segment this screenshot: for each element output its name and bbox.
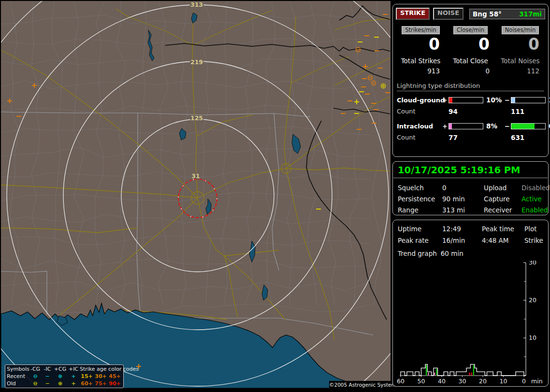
ic-positive-count: 77 — [449, 134, 484, 141]
neg-ic-old-icon: − — [42, 380, 53, 387]
age-15: 15+ — [80, 373, 94, 380]
datetime-display: 10/17/2025 5:19:16 PM — [393, 162, 548, 178]
total-strikes-value: 913 — [396, 67, 446, 75]
svg-text:0: 0 — [522, 378, 526, 384]
cloud-ground-count-row: Count 94 111 — [397, 108, 544, 115]
plus-sign: + — [442, 123, 449, 130]
range-label: Range — [398, 206, 442, 214]
ic-positive-bar — [449, 123, 483, 129]
receiver-label: Receiver — [484, 206, 521, 214]
trend-graph-window: 60 min — [441, 250, 463, 257]
uptime-label: Uptime — [398, 225, 442, 233]
strikes-per-min-column: Strikes/min 0 Total Strikes 913 — [396, 26, 446, 75]
svg-text:30: 30 — [529, 261, 536, 266]
upload-status: Disabled — [521, 184, 550, 192]
legend-col-pos-cg: +CG — [53, 365, 67, 373]
cloud-ground-label: Cloud-ground — [397, 97, 442, 104]
distribution-title: Lightning type distribution — [397, 82, 544, 91]
legend-symbols-label: Symbols — [7, 365, 29, 373]
intracloud-label: Intracloud — [397, 123, 442, 130]
close-per-min-badge: Close/min — [453, 26, 488, 34]
persistence-label: Persistence — [398, 195, 442, 203]
svg-text:min: min — [531, 378, 543, 384]
upload-label: Upload — [484, 184, 521, 192]
cg-negative-count: 111 — [511, 108, 547, 115]
system-status-panel: 10/17/2025 5:19:16 PM Squelch 0 Upload D… — [392, 161, 549, 215]
total-noises-label: Total Noises — [495, 57, 545, 65]
peak-rate-label: Peak rate — [398, 237, 442, 244]
ring-label-219: 219 — [190, 58, 203, 66]
plot-label: Plot — [524, 225, 548, 233]
cloud-ground-row: Cloud-ground + 10% − 12% — [397, 96, 544, 104]
minus-sign: − — [505, 97, 511, 104]
age-45: 45+ — [108, 373, 122, 380]
capture-label: Capture — [484, 195, 521, 203]
noises-per-min-column: Noises/min 0 Total Noises 112 — [495, 26, 545, 75]
svg-text:10: 10 — [529, 334, 536, 341]
total-close-label: Total Close — [446, 57, 495, 65]
svg-text:50: 50 — [418, 378, 425, 384]
uptime-trend-panel: Uptime 12:49 Peak time Plot Peak rate 16… — [392, 220, 549, 387]
range-value: 313 mi — [442, 206, 484, 214]
pos-ic-recent-icon: + — [67, 373, 80, 380]
close-per-min-value: 0 — [446, 35, 495, 54]
copyright-label: ©2005 Astrogenic Systems — [329, 381, 391, 389]
cg-positive-pct: 10% — [484, 96, 505, 104]
legend-row-recent: Recent ⊖ − ⊕ + 15+ 30+ 45+ — [7, 373, 122, 380]
ic-negative-pct: 69% — [547, 122, 550, 130]
strikes-per-min-value: 0 — [396, 35, 446, 54]
cg-negative-bar — [511, 97, 546, 103]
ring-label-125: 125 — [190, 114, 203, 122]
svg-text:20: 20 — [479, 378, 487, 384]
nexstorm-app: 31321912531 Symbols -CG -IC +CG +IC Stri… — [0, 0, 550, 392]
squelch-value: 0 — [442, 184, 484, 192]
count-label: Count — [397, 134, 442, 141]
map-canvas[interactable]: 31321912531 — [1, 1, 391, 388]
noises-per-min-badge: Noises/min — [502, 26, 539, 34]
minus-sign: − — [505, 123, 511, 130]
ic-negative-count: 631 — [511, 134, 547, 141]
svg-text:40: 40 — [438, 378, 446, 384]
peak-rate-value: 16/min — [442, 237, 482, 244]
bearing-value: Bng 58° — [473, 10, 502, 18]
legend-col-neg-cg: -CG — [29, 365, 42, 373]
legend-col-pos-ic: +IC — [67, 365, 80, 373]
strike-mode-button[interactable]: STRIKE — [396, 8, 430, 20]
svg-text:30: 30 — [459, 378, 466, 384]
age-75: 75+ — [94, 380, 108, 387]
map-symbol-legend: Symbols -CG -IC +CG +IC Strike age color… — [5, 364, 124, 388]
age-30: 30+ — [94, 373, 108, 380]
bearing-readout: Bng 58° 317mi — [469, 9, 545, 19]
lightning-map[interactable]: 31321912531 — [1, 1, 391, 388]
pos-cg-recent-icon: ⊕ — [53, 373, 67, 380]
cg-positive-bar — [449, 97, 483, 103]
peak-time-value: 4:48 AM — [482, 237, 524, 244]
trend-graph-label: Trend graph — [398, 250, 437, 257]
pos-ic-old-icon: + — [67, 380, 80, 387]
intracloud-count-row: Count 77 631 — [397, 134, 544, 141]
svg-text:10: 10 — [500, 378, 507, 384]
neg-cg-old-icon: ⊖ — [29, 380, 42, 387]
total-close-value: 0 — [446, 67, 495, 75]
cg-positive-count: 94 — [449, 108, 484, 115]
peak-time-label: Peak time — [482, 225, 524, 233]
svg-text:20: 20 — [529, 296, 536, 304]
plot-value: Strike — [524, 237, 548, 244]
close-per-min-column: Close/min 0 Total Close 0 — [446, 26, 495, 75]
bearing-distance: 317mi — [519, 10, 542, 18]
noise-mode-button[interactable]: NOISE — [433, 8, 463, 20]
persistence-value: 90 min — [442, 195, 484, 203]
legend-row-old: Old ⊖ − ⊕ + 60+ 75+ 90+ — [7, 380, 122, 387]
svg-text:60: 60 — [397, 378, 405, 384]
receiver-status: Enabled — [521, 206, 550, 214]
age-60: 60+ — [80, 380, 94, 387]
intracloud-row: Intracloud + 8% − 69% — [397, 122, 544, 130]
uptime-value: 12:49 — [442, 225, 482, 233]
plus-sign: + — [442, 97, 449, 104]
pos-cg-old-icon: ⊕ — [53, 380, 67, 387]
ic-negative-bar — [511, 123, 546, 129]
total-noises-value: 112 — [495, 67, 545, 75]
squelch-label: Squelch — [398, 184, 442, 192]
neg-cg-recent-icon: ⊖ — [29, 373, 42, 380]
noises-per-min-value: 0 — [495, 35, 545, 54]
